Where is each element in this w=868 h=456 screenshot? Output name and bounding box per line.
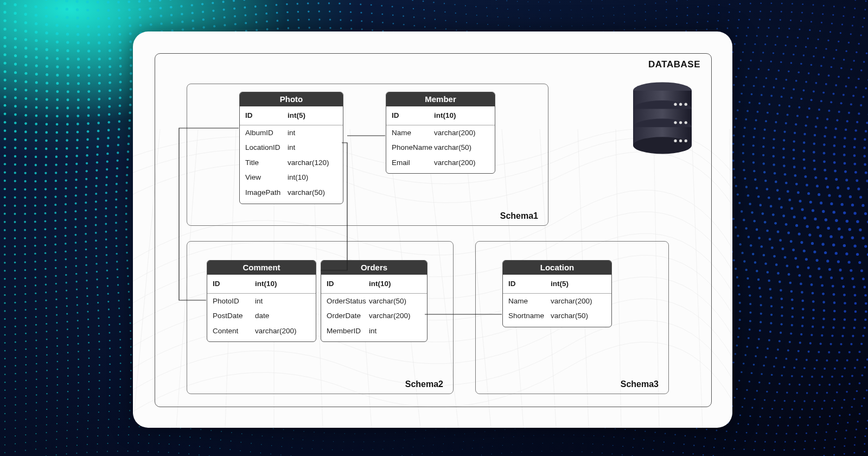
svg-point-4714	[552, 442, 553, 443]
svg-point-4444	[436, 429, 436, 429]
svg-point-279	[182, 28, 184, 30]
svg-point-4050	[776, 391, 778, 393]
svg-point-4428	[273, 428, 274, 429]
svg-point-4614	[413, 447, 413, 447]
svg-point-2555	[864, 245, 867, 248]
svg-point-1274	[856, 121, 858, 123]
svg-point-1543	[96, 154, 98, 156]
svg-point-164	[718, 4, 719, 5]
svg-point-2143	[95, 208, 97, 211]
svg-point-845	[838, 75, 840, 78]
svg-point-3798	[793, 367, 795, 369]
svg-point-1527	[803, 141, 805, 143]
svg-point-3391	[35, 332, 37, 333]
svg-point-4623	[503, 437, 504, 438]
svg-point-249	[739, 11, 741, 12]
svg-point-599	[35, 65, 38, 67]
svg-point-3980	[57, 384, 59, 386]
svg-point-1363	[14, 138, 17, 141]
table-row: PhoneNamevarchar(50)	[386, 140, 495, 155]
svg-point-3379	[780, 323, 782, 325]
svg-point-3899	[99, 372, 100, 374]
svg-point-3882	[791, 375, 793, 377]
svg-point-3709	[744, 354, 746, 356]
svg-point-2460	[745, 227, 747, 230]
database-icon	[630, 81, 695, 159]
svg-point-29	[591, 1, 591, 1]
svg-point-328	[697, 22, 698, 23]
table-row: MemberIDint	[321, 324, 427, 339]
svg-point-4230	[4, 413, 5, 414]
svg-point-1886	[85, 186, 87, 188]
svg-point-1188	[858, 112, 860, 115]
svg-point-4442	[416, 431, 416, 432]
svg-point-686	[67, 74, 69, 77]
svg-point-944	[108, 97, 111, 100]
svg-point-4308	[799, 416, 801, 418]
svg-point-125	[307, 3, 309, 4]
svg-point-4491	[35, 433, 36, 434]
svg-point-433	[56, 49, 59, 52]
svg-point-4750	[66, 453, 67, 454]
svg-point-606	[108, 65, 111, 68]
svg-point-3388	[4, 334, 6, 335]
svg-point-603	[77, 66, 80, 68]
svg-point-4635	[623, 438, 624, 439]
svg-point-4778	[561, 451, 562, 451]
svg-point-1450	[24, 147, 27, 149]
svg-point-3304	[864, 319, 866, 321]
svg-point-2816	[96, 271, 98, 273]
svg-point-2730	[65, 266, 67, 268]
svg-point-3712	[775, 357, 777, 359]
svg-point-4303	[749, 415, 751, 417]
svg-point-4438	[375, 433, 375, 434]
svg-point-1615	[823, 152, 826, 155]
svg-point-2308	[44, 228, 46, 230]
svg-point-106	[107, 17, 110, 20]
svg-point-519	[77, 58, 80, 60]
svg-point-4550	[635, 430, 636, 431]
svg-point-670	[773, 52, 774, 54]
svg-point-688	[88, 74, 91, 77]
svg-point-424	[829, 31, 831, 33]
svg-point-4523	[363, 441, 364, 442]
svg-point-4397	[827, 423, 829, 425]
svg-point-3050	[812, 292, 814, 295]
svg-point-209	[318, 10, 320, 12]
svg-point-2298	[814, 218, 816, 220]
svg-point-2810	[35, 276, 36, 278]
svg-point-4604	[312, 448, 312, 449]
schema-label: Schema3	[621, 379, 659, 389]
svg-point-2311	[74, 226, 76, 228]
svg-point-3983	[88, 381, 90, 383]
svg-point-498	[736, 35, 737, 37]
svg-point-4581	[76, 437, 78, 438]
svg-point-4723	[642, 448, 643, 449]
svg-point-205	[276, 12, 278, 14]
svg-point-2726	[24, 269, 26, 271]
svg-point-1194	[46, 123, 48, 125]
svg-point-3216	[812, 309, 815, 312]
svg-point-508	[838, 41, 839, 42]
svg-point-195	[171, 22, 174, 24]
svg-point-1631	[116, 160, 118, 162]
svg-point-1530	[833, 144, 836, 147]
svg-point-1881	[34, 188, 36, 191]
svg-point-3816	[109, 363, 111, 365]
svg-point-3895	[57, 376, 59, 378]
svg-point-4645	[723, 447, 725, 449]
svg-point-523	[119, 57, 122, 60]
svg-point-1109	[56, 115, 59, 118]
svg-point-1178	[758, 103, 761, 105]
svg-point-518	[67, 58, 69, 60]
svg-point-3971	[839, 383, 841, 385]
svg-point-2466	[808, 233, 811, 236]
svg-point-3733	[120, 354, 122, 356]
svg-point-4474	[736, 432, 737, 433]
svg-point-51	[180, 5, 182, 7]
svg-point-133	[392, 6, 393, 8]
svg-point-3148	[97, 302, 99, 303]
svg-point-1628	[86, 162, 88, 164]
svg-point-4601	[282, 446, 283, 447]
svg-point-4217	[742, 406, 743, 408]
